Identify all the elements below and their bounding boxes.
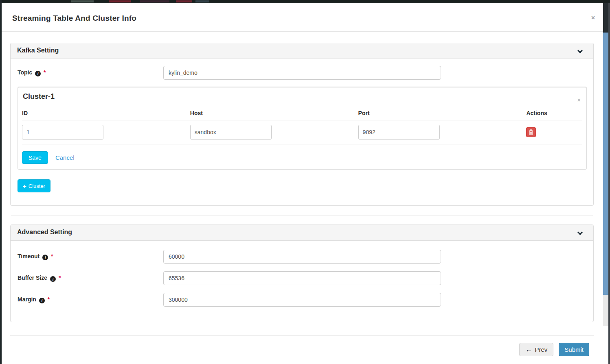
background-page-right-strip-gray	[603, 295, 608, 326]
kafka-setting-title: Kafka Setting	[17, 47, 59, 54]
kafka-setting-header[interactable]: Kafka Setting	[11, 43, 593, 59]
buffer-size-input[interactable]	[163, 271, 441, 285]
timeout-label: Timeout i *	[18, 253, 163, 261]
cluster-footer: Save Cancel	[22, 144, 582, 169]
broker-host-input[interactable]	[190, 125, 272, 139]
advanced-setting-header[interactable]: Advanced Setting	[11, 225, 593, 241]
trash-icon	[529, 129, 533, 135]
required-marker: *	[44, 69, 46, 76]
cluster-1-panel: Cluster-1 × ID Host Port Actions	[18, 87, 587, 170]
background-page-scroll-edge[interactable]	[608, 3, 610, 364]
plus-icon: +	[23, 183, 26, 190]
margin-input[interactable]	[163, 293, 441, 307]
topic-row: Topic i *	[18, 66, 587, 80]
topic-input[interactable]	[163, 66, 441, 80]
backdrop-remnant	[71, 0, 94, 2]
backdrop-remnant	[176, 0, 192, 2]
modal-header: Streaming Table And Cluster Info ×	[2, 3, 603, 32]
buffer-size-label: Buffer Size i *	[18, 275, 163, 282]
background-page-right-strip	[603, 33, 608, 295]
cluster-close-icon[interactable]: ×	[577, 97, 581, 103]
broker-table: ID Host Port Actions	[22, 105, 582, 144]
info-icon: i	[42, 255, 48, 260]
column-header-id: ID	[22, 105, 190, 120]
broker-table-row	[22, 120, 582, 144]
cluster-1-title: Cluster-1	[22, 92, 582, 101]
backdrop-remnant	[109, 0, 131, 2]
submit-button[interactable]: Submit	[559, 343, 589, 356]
margin-row: Margin i *	[18, 293, 587, 307]
prev-button[interactable]: ← Prev	[519, 343, 553, 356]
advanced-setting-panel: Advanced Setting Timeout i * Buffer Size…	[10, 225, 594, 322]
column-header-port: Port	[358, 105, 527, 120]
chevron-down-icon[interactable]	[577, 48, 583, 53]
info-icon: i	[39, 298, 45, 303]
kafka-setting-body: Topic i * Cluster-1 × ID Host	[11, 59, 593, 205]
modal-title: Streaming Table And Cluster Info	[12, 14, 136, 23]
advanced-setting-body: Timeout i * Buffer Size i *	[11, 241, 593, 322]
column-header-host: Host	[190, 105, 358, 120]
add-cluster-label: Cluster	[29, 183, 45, 189]
advanced-setting-title: Advanced Setting	[17, 229, 72, 235]
save-button[interactable]: Save	[22, 151, 48, 164]
streaming-table-modal: Streaming Table And Cluster Info × Kafka…	[2, 3, 603, 364]
add-cluster-button[interactable]: + Cluster	[18, 179, 50, 192]
backdrop-remnant	[195, 0, 209, 2]
required-marker: *	[59, 275, 61, 281]
broker-id-input[interactable]	[22, 125, 103, 139]
required-marker: *	[48, 296, 50, 303]
info-icon: i	[35, 71, 41, 76]
broker-table-header-row: ID Host Port Actions	[22, 105, 582, 120]
modal-body: Kafka Setting Topic i * Cluster-1 ×	[2, 32, 603, 356]
section-divider	[11, 215, 593, 216]
required-marker: *	[51, 253, 53, 259]
delete-broker-button[interactable]	[526, 127, 536, 137]
buffer-size-row: Buffer Size i *	[18, 271, 587, 285]
close-icon[interactable]: ×	[591, 15, 595, 21]
background-page-right-top	[603, 3, 608, 33]
topic-label: Topic i *	[18, 69, 163, 77]
column-header-actions: Actions	[526, 105, 582, 120]
cancel-link[interactable]: Cancel	[55, 154, 75, 161]
kafka-setting-panel: Kafka Setting Topic i * Cluster-1 ×	[10, 43, 594, 206]
broker-port-input[interactable]	[358, 125, 440, 139]
timeout-row: Timeout i *	[18, 250, 587, 264]
timeout-input[interactable]	[163, 250, 441, 264]
prev-label: Prev	[535, 346, 547, 353]
backdrop-remnant	[140, 0, 169, 2]
background-page-top-strip	[0, 0, 610, 3]
arrow-left-icon: ←	[525, 346, 532, 354]
info-icon: i	[50, 276, 56, 282]
margin-label: Margin i *	[18, 296, 163, 304]
modal-footer: ← Prev Submit	[10, 335, 594, 356]
chevron-down-icon[interactable]	[577, 230, 583, 235]
